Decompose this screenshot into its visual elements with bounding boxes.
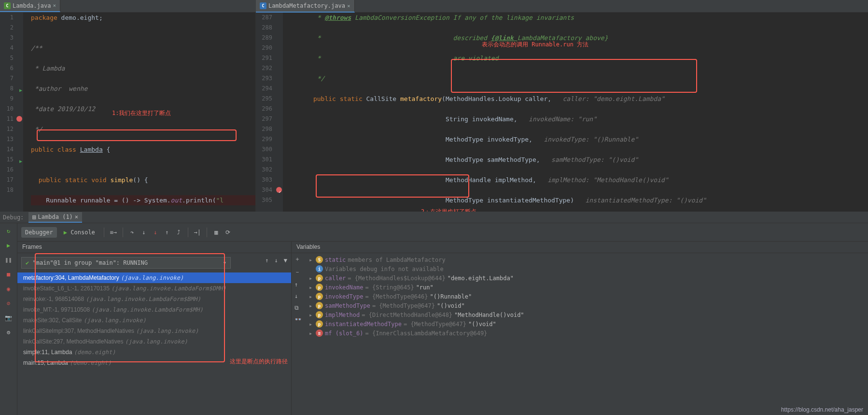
annotation-0: 表示会动态的调用 Runnable.run 方法 xyxy=(482,41,588,49)
step-into-icon[interactable]: ↓ xyxy=(140,228,148,237)
debugger-subtab[interactable]: Debugger xyxy=(21,227,57,238)
debug-config-tab[interactable]: ▤ Lambda (1) × xyxy=(28,212,82,223)
resume-icon[interactable]: ▶ xyxy=(4,241,14,250)
variable-row[interactable]: ▸p invokedName = {String@645} "run" xyxy=(306,283,868,292)
variable-list[interactable]: ▸S static members of LambdaMetafactoryi … xyxy=(306,253,868,415)
stop-icon[interactable]: ■ xyxy=(4,270,14,279)
frame-row[interactable]: linkCallSiteImpl:307, MethodHandleNative… xyxy=(17,326,291,336)
annotation-3: 这里是断点的执行路径 xyxy=(230,358,288,366)
pause-icon[interactable]: ❚❚ xyxy=(4,255,14,265)
gutter-left: 123456789101112131415161718▶▶ xyxy=(0,13,23,212)
variable-row[interactable]: ▸S static members of LambdaMetafactory xyxy=(306,255,868,264)
debug-panel: Debug: ▤ Lambda (1) × ↻ ▶ ❚❚ ■ ◉ ⊘ 📷 ⚙ D… xyxy=(0,212,868,415)
tab-label: LambdaMetafactory.java xyxy=(268,2,345,9)
java-class-icon: C xyxy=(4,2,11,9)
editor-split: 123456789101112131415161718▶▶ package de… xyxy=(0,13,868,212)
close-icon[interactable]: × xyxy=(347,3,350,9)
drop-frame-icon[interactable]: ⤴ xyxy=(174,228,183,237)
rerun-icon[interactable]: ↻ xyxy=(4,226,14,236)
editor-tabs: C Lambda.java × C LambdaMetafactory.java… xyxy=(0,0,868,13)
tab-metafactory[interactable]: C LambdaMetafactory.java × xyxy=(256,0,355,13)
force-step-into-icon[interactable]: ↓ xyxy=(151,228,160,237)
frame-row[interactable]: reinvoke:-1, 968514068 (java.lang.invoke… xyxy=(17,294,291,304)
debug-label: Debug: xyxy=(3,214,24,221)
editor-left[interactable]: 123456789101112131415161718▶▶ package de… xyxy=(0,13,256,212)
gutter-right: 2872882892902912922932942952962972982993… xyxy=(256,13,283,212)
frame-row[interactable]: metafactory:304, LambdaMetafactory (java… xyxy=(17,272,291,283)
variables-header: Variables xyxy=(292,242,868,253)
copy-watch-icon[interactable]: ⧉ xyxy=(294,304,302,311)
step-over-icon[interactable]: ↷ xyxy=(128,228,137,237)
variable-row[interactable]: i Variables debug info not available xyxy=(306,264,868,273)
view-breakpoints-icon[interactable]: ◉ xyxy=(4,284,14,294)
debug-tabbar: Debug: ▤ Lambda (1) × xyxy=(0,212,868,223)
app-icon: ▤ xyxy=(32,214,36,220)
frame-up-icon[interactable]: ↑ xyxy=(265,257,268,264)
editor-right[interactable]: 2872882892902912922932942952962972982993… xyxy=(256,13,868,212)
new-watch-icon[interactable]: ＋ xyxy=(294,255,302,263)
step-out-icon[interactable]: ↑ xyxy=(163,228,171,237)
debug-sidebar: ↻ ▶ ❚❚ ■ ◉ ⊘ 📷 ⚙ xyxy=(0,223,17,415)
console-subtab[interactable]: ▶ Console xyxy=(60,227,99,238)
variable-row[interactable]: ▸p instantiatedMethodType = {MethodType@… xyxy=(306,319,868,329)
run-to-cursor-icon[interactable]: →| xyxy=(193,228,202,237)
frame-row[interactable]: invoke_MT:-1, 997110508 (java.lang.invok… xyxy=(17,304,291,315)
frame-row[interactable]: linkCallSite:297, MethodHandleNatives (j… xyxy=(17,336,291,347)
variable-row[interactable]: ▸p caller = {MethodHandles$Lookup@644} "… xyxy=(306,273,868,283)
glasses-icon[interactable]: 👓 xyxy=(294,316,302,323)
tab-lambda[interactable]: C Lambda.java × xyxy=(0,0,60,12)
trace-icon[interactable]: ⟳ xyxy=(224,228,232,237)
variable-row[interactable]: ▸≡ mf (slot_6) = {InnerClassLambdaMetafa… xyxy=(306,329,868,338)
frame-list[interactable]: metafactory:304, LambdaMetafactory (java… xyxy=(17,272,291,368)
close-icon[interactable]: × xyxy=(75,214,78,220)
thread-selector[interactable]: ✔ "main"@1 in group "main": RUNNING ▾ xyxy=(21,257,231,269)
remove-watch-icon[interactable]: － xyxy=(294,268,302,276)
watermark: https://blog.csdn.net/aha_jasper xyxy=(781,406,863,413)
java-lib-icon: C xyxy=(260,2,266,9)
frame-filter-icon[interactable]: ▼ xyxy=(284,257,287,264)
chevron-down-icon: ▾ xyxy=(223,259,226,266)
close-icon[interactable]: × xyxy=(53,2,56,9)
debug-tab-label: Lambda (1) xyxy=(38,214,73,220)
variable-row[interactable]: ▸p samMethodType = {MethodType@647} "()v… xyxy=(306,301,868,310)
debug-toolbar: Debugger ▶ Console ≡→ ↷ ↓ ↓ ↑ ⤴ →| ▦ ⟳ xyxy=(17,223,868,242)
variable-row[interactable]: ▸p invokedType = {MethodType@646} "()Run… xyxy=(306,292,868,301)
frame-row[interactable]: simple:11, Lambda (demo.eight) xyxy=(17,347,291,358)
frames-header: Frames xyxy=(17,242,291,253)
watch-down-icon[interactable]: ↓ xyxy=(294,293,302,300)
frame-tools: ↑ ↓ ▼ xyxy=(265,257,287,264)
variables-pane: Variables ＋ － ↑ ↓ ⧉ 👓 ▸S static members … xyxy=(292,242,868,415)
tab-label: Lambda.java xyxy=(13,2,51,9)
settings-icon[interactable]: ⚙ xyxy=(4,328,14,337)
variable-row[interactable]: ▸p implMethod = {DirectMethodHandle@648}… xyxy=(306,310,868,319)
mute-breakpoints-icon[interactable]: ⊘ xyxy=(4,299,14,308)
frame-row[interactable]: makeSite:302, CallSite (java.lang.invoke… xyxy=(17,315,291,326)
frame-down-icon[interactable]: ↓ xyxy=(275,257,278,264)
frame-row[interactable]: invokeStatic_L6_L:-1, 226170135 (java.la… xyxy=(17,283,291,294)
var-tools: ＋ － ↑ ↓ ⧉ 👓 xyxy=(294,255,302,323)
watch-up-icon[interactable]: ↑ xyxy=(294,281,302,288)
camera-icon[interactable]: 📷 xyxy=(4,313,14,323)
show-execution-icon[interactable]: ≡→ xyxy=(109,228,118,237)
thread-label: "main"@1 in group "main": RUNNING xyxy=(32,259,147,266)
frames-pane: Frames ✔ "main"@1 in group "main": RUNNI… xyxy=(17,242,292,415)
annotation-2: 2：在这里也打了断点 xyxy=(421,208,476,212)
evaluate-icon[interactable]: ▦ xyxy=(212,228,221,237)
annotation-1: 1:我们在这里打了断点 xyxy=(112,109,171,117)
